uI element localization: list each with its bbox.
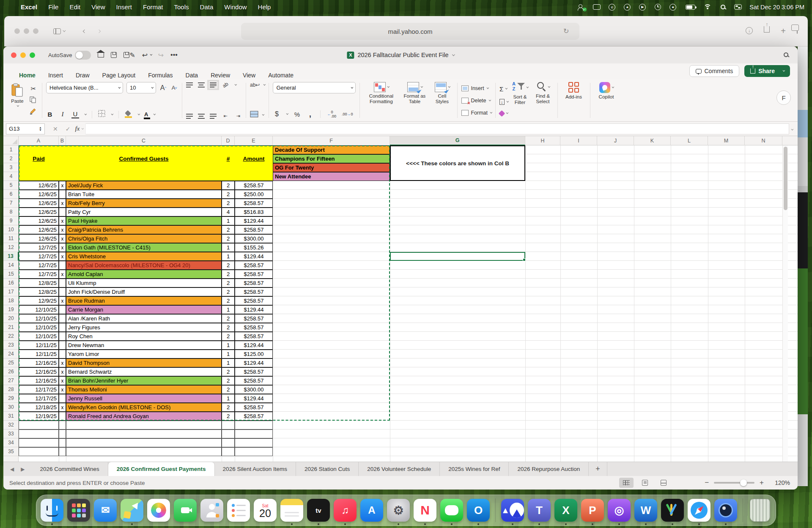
guest-cell-c26[interactable]: Bernard Schwartz: [66, 367, 222, 376]
guest-cell-c25[interactable]: David Thompson: [66, 358, 222, 367]
row-header-32[interactable]: 32: [3, 421, 19, 430]
mail-dock-icon[interactable]: ✉: [94, 499, 117, 522]
sort-filter-button[interactable]: AZ Sort & Filter: [509, 81, 532, 120]
column-header-k[interactable]: K: [634, 136, 671, 145]
spotlight-search-icon[interactable]: [719, 3, 727, 11]
column-header-j[interactable]: J: [597, 136, 634, 145]
empty-cell-a33[interactable]: [19, 430, 59, 438]
amount-cell-e10[interactable]: $258.57: [235, 225, 273, 234]
amount-cell-e15[interactable]: $258.57: [235, 270, 273, 279]
column-header-i[interactable]: I: [560, 136, 597, 145]
download-icon[interactable]: ↓: [746, 26, 753, 36]
row-header-29[interactable]: 29: [3, 394, 19, 403]
guest-cell-c12[interactable]: Eldon Gath (MILESTONE - C415): [66, 243, 222, 252]
column-header-b[interactable]: B: [59, 136, 66, 145]
insert-function-icon[interactable]: fx: [75, 125, 80, 132]
date-cell-a11[interactable]: 12/6/25: [19, 234, 59, 243]
back-icon[interactable]: [83, 30, 86, 33]
row-header-8[interactable]: 8: [3, 208, 19, 216]
decrease-font-icon[interactable]: Av: [170, 85, 178, 91]
amount-cell-e25[interactable]: $129.44: [235, 358, 273, 367]
amount-cell-e14[interactable]: $258.57: [235, 261, 273, 270]
amount-cell-e22[interactable]: $258.57: [235, 332, 273, 341]
account-avatar[interactable]: F: [776, 90, 791, 105]
more-commands-icon[interactable]: •••: [170, 51, 178, 59]
guest-cell-c18[interactable]: Bruce Rudman: [66, 296, 222, 305]
legend-new-attendee[interactable]: New Attendee: [273, 172, 390, 181]
date-cell-a13[interactable]: 12/7/25: [19, 252, 59, 261]
sheet-tab-2026-committed-wines[interactable]: 2026 Committed Wines: [31, 462, 108, 476]
orientation-icon[interactable]: ab: [221, 80, 230, 90]
guest-cell-c31[interactable]: Ronald Freed and Andrea Goyan: [66, 412, 222, 421]
empty-cell-c34[interactable]: [66, 438, 222, 447]
paid-cell-b25[interactable]: x: [59, 358, 66, 367]
cancel-entry-icon[interactable]: ✕: [50, 126, 61, 132]
row-header-34[interactable]: 34: [3, 438, 19, 447]
count-cell-d28[interactable]: 2: [222, 385, 235, 394]
date-cell-a29[interactable]: 12/17/25: [19, 394, 59, 403]
menu-item-help[interactable]: Help: [252, 3, 277, 11]
amount-cell-e31[interactable]: $258.57: [235, 412, 273, 421]
percent-format-icon[interactable]: %: [293, 111, 301, 118]
appstore-dock-icon[interactable]: A: [360, 499, 383, 522]
copilot-button[interactable]: Copilot: [593, 81, 620, 120]
guest-cell-c22[interactable]: Roy Chen: [66, 332, 222, 341]
empty-cell-a34[interactable]: [19, 438, 59, 447]
date-cell-a10[interactable]: 12/6/25: [19, 225, 59, 234]
menu-item-insert[interactable]: Insert: [110, 3, 137, 11]
date-cell-a14[interactable]: 12/7/25: [19, 261, 59, 270]
new-tab-icon[interactable]: +: [781, 26, 786, 36]
sheet-tab-2026-volunteer-schedule[interactable]: 2026 Volunteer Schedule: [359, 462, 440, 476]
align-bottom-icon[interactable]: [210, 82, 217, 88]
sheet-tab-2026-repurpose-auction[interactable]: 2026 Repurpose Auction: [509, 462, 589, 476]
person-icon[interactable]: ●: [669, 3, 677, 11]
camera-dock-icon[interactable]: [714, 499, 737, 522]
guest-cell-c7[interactable]: Rob/Fely Berry: [66, 199, 222, 208]
select-all-corner[interactable]: [3, 136, 19, 145]
guest-cell-c24[interactable]: Yarom Limor: [66, 350, 222, 358]
date-cell-a25[interactable]: 12/16/25: [19, 358, 59, 367]
align-right-icon[interactable]: [210, 114, 217, 119]
date-cell-a7[interactable]: 12/6/25: [19, 199, 59, 208]
settings-dock-icon[interactable]: ⚙: [387, 499, 410, 522]
paid-cell-b23[interactable]: [59, 341, 66, 350]
color-note-box[interactable]: <<<< These colors are shown in Col B: [390, 145, 525, 181]
paid-cell-b16[interactable]: [59, 279, 66, 287]
powerpoint-dock-icon[interactable]: P: [581, 499, 604, 522]
forward-icon[interactable]: [98, 30, 100, 33]
facetime-dock-icon[interactable]: [174, 499, 197, 522]
paid-cell-b6[interactable]: [59, 190, 66, 199]
reminders-dock-icon[interactable]: [227, 499, 250, 522]
empty-cell-a32[interactable]: [19, 421, 59, 430]
delete-cells-button[interactable]: Delete: [461, 97, 491, 104]
row-header-30[interactable]: 30: [3, 403, 19, 412]
italic-button[interactable]: I: [59, 111, 66, 118]
row-header-12[interactable]: 12: [3, 243, 19, 252]
active-cell-g13[interactable]: [390, 252, 525, 261]
play-icon[interactable]: ▶: [639, 3, 646, 11]
control-center-icon[interactable]: [734, 3, 742, 11]
confirm-entry-icon[interactable]: ✓: [63, 126, 74, 132]
column-header-c[interactable]: C: [66, 136, 222, 145]
zoom-out-button[interactable]: −: [705, 479, 709, 487]
date-cell-a18[interactable]: 12/9/25: [19, 296, 59, 305]
messages-dock-icon[interactable]: [440, 499, 463, 522]
sheet-tab-2025s-wines-for-ref[interactable]: 2025s Wines for Ref: [440, 462, 509, 476]
insert-cells-button[interactable]: Insert: [461, 85, 491, 92]
date-cell-a5[interactable]: 12/6/25: [19, 181, 59, 190]
next-sheet-icon[interactable]: ▶: [21, 466, 25, 472]
teams-dock-icon[interactable]: T: [528, 499, 551, 522]
comments-button[interactable]: Comments: [689, 65, 740, 77]
amount-cell-e16[interactable]: $258.57: [235, 279, 273, 287]
guest-cell-c20[interactable]: Alan /Karen Rath: [66, 314, 222, 323]
legend-og-for-twenty[interactable]: OG For Twenty: [273, 163, 390, 172]
amount-cell-e11[interactable]: $300.00: [235, 234, 273, 243]
fill-color-icon[interactable]: [125, 111, 132, 118]
battery-icon[interactable]: [684, 3, 696, 11]
count-cell-d24[interactable]: 1: [222, 350, 235, 358]
zoom-slider-knob[interactable]: [740, 479, 747, 486]
amount-cell-e24[interactable]: $125.00: [235, 350, 273, 358]
row-header-24[interactable]: 24: [3, 350, 19, 358]
find-select-button[interactable]: Find & Select: [532, 81, 554, 120]
empty-cell-e34[interactable]: [235, 438, 273, 447]
